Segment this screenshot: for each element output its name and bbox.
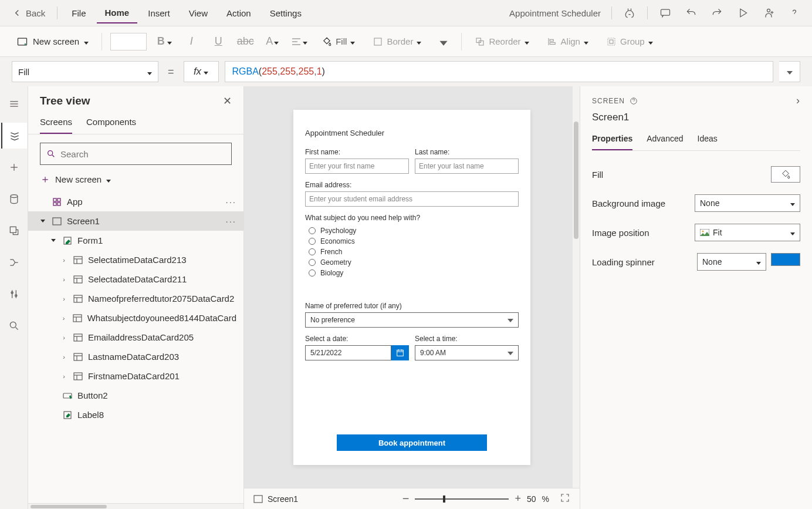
chevron-right-icon[interactable]: › [60,334,68,341]
menu-action[interactable]: Action [218,4,259,23]
border-button[interactable]: Border [368,34,426,49]
zoom-in-button[interactable]: + [515,493,521,505]
group-button[interactable]: Group [601,34,658,49]
spinner-select[interactable]: None [697,253,766,271]
chevron-right-icon[interactable]: › [60,257,68,264]
strikethrough-button[interactable]: abc [236,32,255,51]
chevron-right-icon[interactable]: › [60,373,68,380]
expand-props-button[interactable]: › [796,95,800,107]
tab-ideas[interactable]: Ideas [698,130,718,150]
status-screen-select[interactable]: Screen1 [253,494,298,504]
share-icon[interactable] [757,1,780,25]
fx-button[interactable]: fx [184,61,219,82]
italic-button[interactable]: I [182,32,201,51]
email-input[interactable] [305,191,519,207]
tree-item[interactable]: ›SelectadateDataCard211 [28,269,243,289]
subject-radio-option[interactable]: Geometry [305,257,519,268]
tab-properties[interactable]: Properties [592,130,632,150]
bold-button[interactable]: B [155,32,174,51]
tree-view-button[interactable] [1,123,27,149]
tree-item[interactable]: Form1 [28,231,243,250]
expand-button[interactable] [434,32,453,51]
font-family-select[interactable] [110,33,147,50]
tab-advanced[interactable]: Advanced [647,130,683,150]
book-button[interactable]: Book appointment [337,434,487,451]
fill-color-picker[interactable] [771,166,800,183]
time-select[interactable]: 9:00 AM [415,345,519,360]
tree-item[interactable]: ›SelectatimeDataCard213 [28,250,243,269]
flows-button[interactable] [1,250,27,275]
insert-button[interactable] [1,154,27,180]
more-options-button[interactable]: ··· [225,216,236,226]
tree-search[interactable] [40,143,232,165]
underline-button[interactable]: U [209,32,228,51]
tutor-select[interactable]: No preference [305,312,519,328]
tab-components[interactable]: Components [86,112,136,134]
subject-radio-option[interactable]: French [305,247,519,257]
last-name-input[interactable] [415,159,519,174]
comments-icon[interactable] [654,1,677,25]
subject-radio-option[interactable]: Psychology [305,225,519,236]
chevron-down-icon[interactable] [39,220,47,223]
menu-view[interactable]: View [181,4,216,23]
menu-insert[interactable]: Insert [140,4,178,23]
reorder-button[interactable]: Reorder [470,34,533,49]
align-objects-button[interactable]: Align [542,34,593,49]
info-icon[interactable] [630,97,638,105]
data-button[interactable] [1,186,27,212]
tree-item[interactable]: ›Whatsubjectdoyouneed8144DataCard [28,308,243,328]
tree-new-screen[interactable]: ＋ New screen [40,172,232,186]
undo-icon[interactable] [679,1,703,25]
tree-search-input[interactable] [60,149,225,159]
bg-image-select[interactable]: None [695,194,800,212]
tree-item[interactable]: Screen1··· [28,211,243,231]
chevron-down-icon[interactable] [49,239,57,242]
align-button[interactable] [290,32,309,51]
more-options-button[interactable]: ··· [225,197,236,207]
formula-input[interactable]: RGBA(255, 255, 255, 1) [225,61,773,82]
menu-file[interactable]: File [63,4,94,23]
zoom-slider[interactable] [415,498,509,500]
spinner-color-picker[interactable] [771,253,800,266]
app-checker-icon[interactable] [618,1,641,25]
fill-button[interactable]: Fill [317,34,360,49]
tab-screens[interactable]: Screens [40,112,72,134]
img-pos-select[interactable]: Fit [695,224,800,241]
hamburger-button[interactable] [1,91,27,117]
new-screen-button[interactable]: New screen [12,32,93,51]
font-color-button[interactable]: A [263,32,282,51]
play-icon[interactable] [731,1,755,25]
tree-item[interactable]: App··· [28,192,243,211]
property-select[interactable]: Fill [12,61,158,82]
canvas-viewport[interactable]: Appointment Scheduler First name: Last n… [244,86,580,488]
chevron-right-icon[interactable]: › [60,315,67,322]
formula-expand-button[interactable] [779,61,800,82]
tools-button[interactable] [1,281,27,307]
tree-item[interactable]: ›LastnameDataCard203 [28,347,243,366]
first-name-input[interactable] [305,159,409,174]
tree-item[interactable]: ›Nameofpreferredtutor2075DataCard2 [28,289,243,308]
menu-settings[interactable]: Settings [262,4,310,23]
chevron-right-icon[interactable]: › [60,276,68,283]
media-button[interactable] [1,218,27,244]
tree-item[interactable]: ›FirstnameDataCard201 [28,366,243,386]
tree-item[interactable]: ›EmailaddressDataCard205 [28,328,243,347]
date-picker[interactable]: 5/21/2022 [305,345,409,360]
tree-horizontal-scrollbar[interactable] [28,503,243,509]
redo-icon[interactable] [705,1,729,25]
tree-item[interactable]: Label8 [28,405,243,424]
chevron-right-icon[interactable]: › [60,353,68,360]
zoom-out-button[interactable]: − [402,492,410,505]
app-preview-screen[interactable]: Appointment Scheduler First name: Last n… [293,110,530,465]
chevron-right-icon[interactable]: › [60,295,68,302]
canvas-vertical-scrollbar[interactable] [573,86,580,488]
subject-radio-option[interactable]: Biology [305,268,519,278]
tree-item[interactable]: Button2 [28,386,243,405]
help-icon[interactable] [783,1,806,25]
back-button[interactable]: Back [6,4,51,22]
search-button[interactable] [1,313,27,339]
close-icon[interactable]: ✕ [223,95,232,107]
subject-radio-option[interactable]: Economics [305,236,519,247]
calendar-icon[interactable] [391,345,409,360]
fit-screen-button[interactable] [560,493,570,505]
